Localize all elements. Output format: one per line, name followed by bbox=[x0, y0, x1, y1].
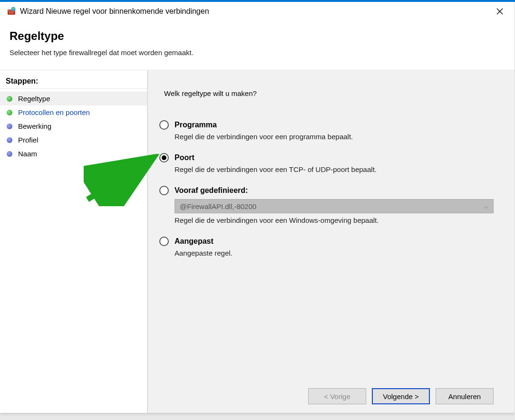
step-bullet-icon bbox=[7, 124, 12, 129]
back-button: < Vorige bbox=[308, 388, 366, 404]
wizard-header: Regeltype Selecteer het type firewallreg… bbox=[0, 21, 515, 70]
sidebar-item-label: Profiel bbox=[18, 136, 39, 144]
option-description: Regel die de verbindingen voor een Windo… bbox=[175, 216, 504, 224]
step-bullet-icon bbox=[7, 137, 12, 143]
option-label: Vooraf gedefinieerd: bbox=[175, 186, 248, 195]
sidebar-item-profiel[interactable]: Profiel bbox=[0, 133, 147, 147]
firewall-shield-icon bbox=[7, 7, 16, 16]
radio-poort[interactable] bbox=[159, 153, 169, 162]
option-description: Regel die de verbindingen voor een TCP- … bbox=[175, 165, 504, 173]
step-bullet-icon bbox=[7, 110, 12, 115]
page-title: Regeltype bbox=[10, 29, 505, 43]
step-bullet-icon bbox=[7, 151, 12, 157]
steps-heading: Stappen: bbox=[0, 75, 147, 89]
page-subtitle: Selecteer het type firewallregel dat moe… bbox=[10, 48, 505, 65]
svg-rect-1 bbox=[8, 10, 10, 11]
step-bullet-icon bbox=[7, 96, 12, 102]
option-poort: Poort Regel die de verbindingen voor een… bbox=[159, 153, 504, 173]
close-button[interactable] bbox=[489, 4, 511, 19]
option-label: Programma bbox=[175, 121, 217, 129]
radio-aangepast[interactable] bbox=[159, 237, 169, 246]
close-icon bbox=[496, 8, 503, 15]
option-description: Aangepaste regel. bbox=[175, 249, 504, 257]
cancel-button[interactable]: Annuleren bbox=[436, 388, 494, 404]
sidebar-item-naam[interactable]: Naam bbox=[0, 147, 147, 161]
option-label: Poort bbox=[175, 153, 194, 162]
svg-rect-4 bbox=[9, 12, 11, 13]
window-title: Wizard Nieuwe regel voor binnenkomende v… bbox=[20, 7, 489, 16]
sidebar-item-label: Protocollen en poorten bbox=[18, 108, 90, 116]
radio-programma[interactable] bbox=[159, 120, 169, 130]
option-description: Regel die de verbindingen voor een progr… bbox=[175, 133, 504, 141]
svg-rect-5 bbox=[11, 12, 13, 13]
sidebar-item-label: Bewerking bbox=[18, 122, 51, 130]
option-label: Aangepast bbox=[175, 237, 214, 246]
option-vooraf-gedefinieerd: Vooraf gedefinieerd: @FirewallAPI.dll,-8… bbox=[159, 186, 504, 224]
chevron-down-icon bbox=[484, 202, 488, 210]
wizard-body: Stappen: Regeltype Protocollen en poorte… bbox=[0, 70, 515, 413]
combo-value: @FirewallAPI.dll,-80200 bbox=[180, 202, 256, 210]
wizard-window: Wizard Nieuwe regel voor binnenkomende v… bbox=[0, 2, 515, 413]
predefined-combo[interactable]: @FirewallAPI.dll,-80200 bbox=[175, 199, 494, 213]
options-group: Programma Regel die de verbindingen voor… bbox=[159, 120, 504, 382]
option-aangepast: Aangepast Aangepaste regel. bbox=[159, 237, 504, 257]
wizard-footer: < Vorige Volgende > Annuleren bbox=[159, 382, 504, 413]
steps-list: Regeltype Protocollen en poorten Bewerki… bbox=[0, 89, 147, 161]
radio-vooraf-gedefinieerd[interactable] bbox=[159, 186, 169, 195]
option-programma: Programma Regel die de verbindingen voor… bbox=[159, 120, 504, 141]
sidebar-item-regeltype[interactable]: Regeltype bbox=[0, 92, 147, 105]
steps-sidebar: Stappen: Regeltype Protocollen en poorte… bbox=[0, 70, 147, 413]
content-panel: Welk regeltype wilt u maken? Programma R… bbox=[147, 70, 515, 413]
sidebar-item-protocollen[interactable]: Protocollen en poorten bbox=[0, 105, 147, 119]
sidebar-item-label: Naam bbox=[18, 150, 37, 158]
question-text: Welk regeltype wilt u maken? bbox=[164, 89, 504, 97]
sidebar-item-label: Regeltype bbox=[18, 95, 50, 103]
titlebar: Wizard Nieuwe regel voor binnenkomende v… bbox=[0, 2, 515, 21]
sidebar-item-bewerking[interactable]: Bewerking bbox=[0, 119, 147, 133]
next-button[interactable]: Volgende > bbox=[372, 388, 430, 404]
